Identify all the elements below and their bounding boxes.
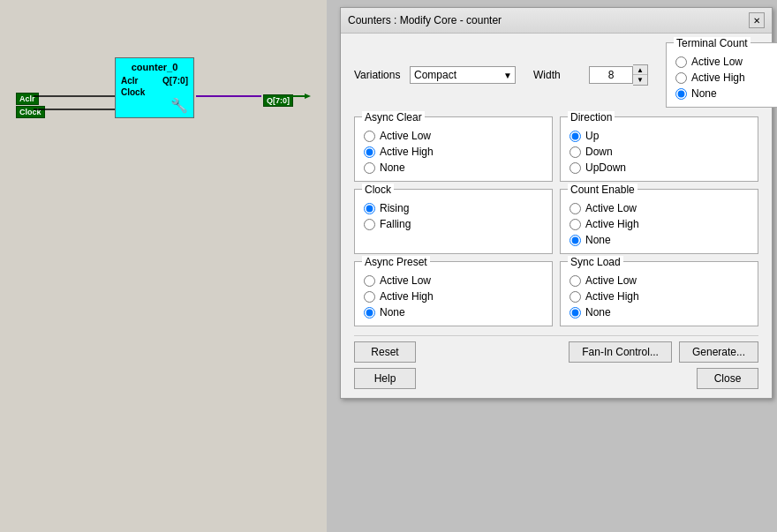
variations-select-wrapper: Compact ▼ (410, 66, 516, 84)
width-input[interactable] (589, 66, 633, 84)
canvas-area: Aclr Clock Q[7:0] counter_0 Aclr Clock Q… (0, 0, 327, 532)
dialog-close-button[interactable]: ✕ (749, 12, 765, 28)
first-button-row: Reset Fan-In Control... Generate... (354, 335, 758, 363)
variations-select[interactable]: Compact (410, 66, 516, 84)
main-grid: Async Clear Active Low Active High None … (354, 116, 758, 326)
pin-out: Q[7:0] (263, 94, 293, 107)
width-spinner: ▲ ▼ (589, 64, 648, 86)
direction-radio-group: Up Down UpDown (570, 130, 749, 174)
svg-marker-4 (305, 94, 311, 99)
sync-load-none[interactable]: None (570, 306, 749, 318)
async-preset-radio-group: Active Low Active High None (364, 274, 543, 318)
direction-group: Direction Up Down UpDown (560, 116, 758, 182)
async-clear-active-high[interactable]: Active High (364, 146, 543, 158)
count-enable-active-high[interactable]: Active High (570, 218, 749, 230)
direction-updown[interactable]: UpDown (570, 161, 749, 174)
terminal-count-radio-group: Active Low Active High None (675, 56, 771, 100)
async-clear-group: Async Clear Active Low Active High None (354, 116, 553, 182)
clock-radio-group: Rising Falling (364, 202, 543, 230)
terminal-count-group: Terminal Count Active Low Active High No… (666, 42, 777, 108)
dialog-title: Counters : Modify Core - counter (348, 14, 502, 26)
async-clear-active-low[interactable]: Active Low (364, 130, 543, 142)
generate-button[interactable]: Generate... (679, 341, 758, 363)
spinner-buttons: ▲ ▼ (633, 64, 648, 86)
terminal-count-none[interactable]: None (675, 87, 771, 100)
async-preset-group: Async Preset Active Low Active High None (354, 261, 553, 326)
clock-rising[interactable]: Rising (364, 202, 543, 214)
count-enable-title: Count Enable (568, 184, 637, 196)
dialog-body: Variations Compact ▼ Width ▲ ▼ (341, 34, 772, 398)
dialog-titlebar: Counters : Modify Core - counter ✕ (341, 8, 772, 34)
width-label: Width (533, 69, 582, 81)
direction-up[interactable]: Up (570, 130, 749, 142)
async-preset-active-high[interactable]: Active High (364, 290, 543, 303)
close-button[interactable]: Close (697, 368, 758, 389)
async-preset-active-low[interactable]: Active Low (364, 274, 543, 287)
count-enable-none[interactable]: None (570, 234, 749, 246)
counter-block: counter_0 Aclr Clock Q[7:0] 🔧 (115, 57, 194, 118)
top-controls: Variations Compact ▼ Width ▲ ▼ (354, 42, 758, 108)
direction-title: Direction (568, 111, 615, 124)
second-button-row: Help Close (354, 368, 758, 389)
clock-falling[interactable]: Falling (364, 218, 543, 230)
sync-load-radio-group: Active Low Active High None (570, 274, 749, 318)
sync-load-group: Sync Load Active Low Active High None (560, 261, 758, 326)
terminal-count-title: Terminal Count (674, 37, 751, 49)
sync-load-title: Sync Load (568, 256, 623, 268)
direction-down[interactable]: Down (570, 146, 749, 158)
sync-load-active-low[interactable]: Active Low (570, 274, 749, 287)
reset-button[interactable]: Reset (354, 341, 416, 363)
async-preset-none[interactable]: None (364, 306, 543, 318)
variations-control: Variations Compact ▼ (354, 66, 516, 84)
spinner-down-button[interactable]: ▼ (633, 75, 647, 85)
count-enable-radio-group: Active Low Active High None (570, 202, 749, 246)
pin-clock: Clock (16, 106, 45, 118)
sync-load-active-high[interactable]: Active High (570, 290, 749, 303)
terminal-count-active-high[interactable]: Active High (675, 71, 771, 84)
dialog: Counters : Modify Core - counter ✕ Varia… (340, 7, 773, 399)
count-enable-active-low[interactable]: Active Low (570, 202, 749, 214)
async-preset-title: Async Preset (362, 256, 430, 268)
clock-title: Clock (362, 184, 394, 196)
fan-in-button[interactable]: Fan-In Control... (569, 341, 672, 363)
variations-label: Variations (354, 69, 403, 81)
right-buttons: Fan-In Control... Generate... (569, 341, 758, 363)
spinner-up-button[interactable]: ▲ (633, 65, 647, 75)
pin-aclr: Aclr (16, 93, 39, 105)
async-clear-radio-group: Active Low Active High None (364, 130, 543, 174)
terminal-count-active-low[interactable]: Active Low (675, 56, 771, 68)
count-enable-group: Count Enable Active Low Active High None (560, 189, 758, 254)
help-button[interactable]: Help (354, 368, 416, 389)
width-control: Width ▲ ▼ (533, 64, 648, 86)
async-clear-none[interactable]: None (364, 161, 543, 174)
clock-group: Clock Rising Falling (354, 189, 553, 254)
async-clear-title: Async Clear (362, 111, 425, 124)
